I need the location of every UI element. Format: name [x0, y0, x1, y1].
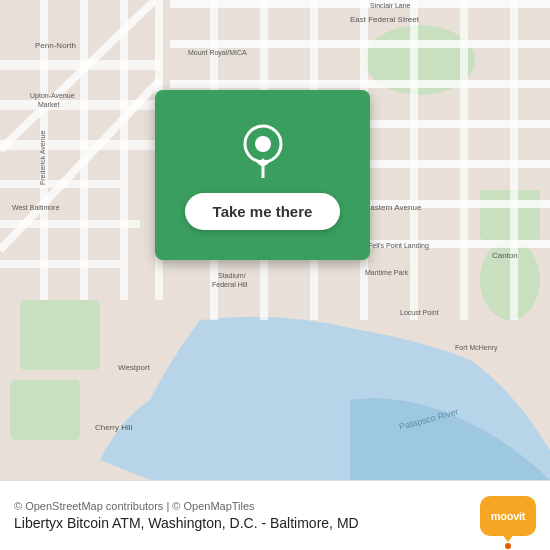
svg-rect-3: [10, 380, 80, 440]
svg-text:Locust Point: Locust Point: [400, 309, 439, 316]
moovit-logo: moovit: [480, 496, 536, 536]
map-container: Penn-North Upton-Avenue Market State Cen…: [0, 0, 550, 480]
svg-text:Stadium/: Stadium/: [218, 272, 246, 279]
svg-text:Penn-North: Penn-North: [35, 41, 76, 50]
svg-text:East Federal Street: East Federal Street: [350, 15, 420, 24]
svg-text:Eastern Avenue: Eastern Avenue: [365, 203, 422, 212]
location-pin-icon: [238, 121, 288, 181]
svg-point-56: [255, 136, 271, 152]
svg-rect-13: [80, 0, 88, 300]
moovit-label: moovit: [491, 510, 525, 522]
svg-text:Maritime Park: Maritime Park: [365, 269, 409, 276]
footer-bar: © OpenStreetMap contributors | © OpenMap…: [0, 480, 550, 550]
svg-text:Federal Hill: Federal Hill: [212, 281, 248, 288]
svg-text:Frederick Avenue: Frederick Avenue: [39, 131, 46, 185]
svg-text:Sinclair Lane: Sinclair Lane: [370, 2, 411, 9]
moovit-badge[interactable]: moovit: [480, 496, 536, 536]
svg-text:Market: Market: [38, 101, 59, 108]
svg-text:Westport: Westport: [118, 363, 151, 372]
svg-text:West Baltimore: West Baltimore: [12, 204, 59, 211]
moovit-pin-icon: [501, 533, 515, 542]
svg-rect-30: [510, 0, 518, 320]
svg-rect-2: [20, 300, 100, 370]
moovit-dot-icon: [505, 543, 511, 549]
svg-rect-14: [120, 0, 128, 300]
location-title: Libertyx Bitcoin ATM, Washington, D.C. -…: [14, 515, 468, 531]
svg-rect-29: [460, 0, 468, 320]
location-card: Take me there: [155, 90, 370, 260]
svg-rect-11: [0, 260, 120, 268]
svg-rect-28: [410, 0, 418, 320]
svg-text:Fell's Point Landing: Fell's Point Landing: [368, 242, 429, 250]
take-me-there-button[interactable]: Take me there: [185, 193, 341, 230]
svg-text:Cherry Hill: Cherry Hill: [95, 423, 133, 432]
svg-text:Canton: Canton: [492, 251, 518, 260]
svg-text:Mount Royal/MICA: Mount Royal/MICA: [188, 49, 247, 57]
svg-text:Upton-Avenue: Upton-Avenue: [30, 92, 75, 100]
copyright-text: © OpenStreetMap contributors | © OpenMap…: [14, 500, 468, 512]
svg-text:Fort McHenry: Fort McHenry: [455, 344, 498, 352]
